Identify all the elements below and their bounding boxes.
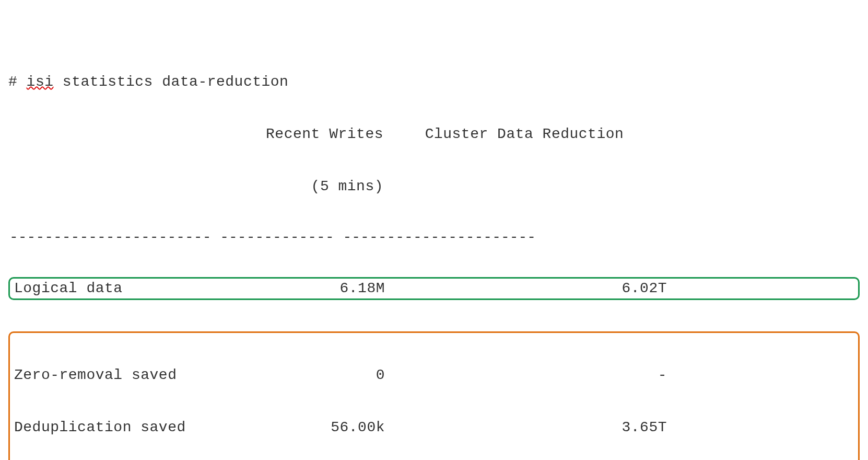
value-dedup-saved-recent: 56.00k	[239, 418, 385, 438]
header-5mins: (5 mins)	[237, 177, 383, 197]
row-deduplication-saved: Deduplication saved 56.00k 3.65T	[10, 418, 858, 438]
label-zero-saved: Zero-removal saved	[10, 365, 239, 385]
row-logical-data: Logical data 6.18M 6.02T	[8, 277, 860, 300]
header-line: Recent Writes Cluster Data Reduction	[8, 124, 860, 144]
label-dedup-saved: Deduplication saved	[10, 418, 239, 438]
row-zero-removal-saved: Zero-removal saved 0 -	[10, 365, 858, 385]
header-cluster-reduction: Cluster Data Reduction	[383, 124, 672, 144]
prompt: #	[8, 72, 27, 92]
command-line: # isi statistics data-reduction	[8, 72, 860, 92]
group-savings: Zero-removal saved 0 - Deduplication sav…	[8, 331, 860, 460]
label-logical: Logical data	[10, 279, 239, 298]
value-zero-saved-recent: 0	[239, 365, 385, 385]
header-subline: (5 mins)	[8, 177, 860, 197]
command-word-isi: isi	[27, 72, 54, 92]
value-zero-saved-cluster: -	[385, 365, 673, 385]
value-dedup-saved-cluster: 3.65T	[385, 418, 673, 438]
value-logical-cluster: 6.02T	[385, 279, 673, 298]
command-rest: statistics data-reduction	[54, 72, 289, 92]
value-logical-recent: 6.18M	[239, 279, 385, 298]
header-recent-writes: Recent Writes	[237, 124, 383, 144]
separator-top: ----------------------- ------------- --…	[8, 229, 860, 245]
